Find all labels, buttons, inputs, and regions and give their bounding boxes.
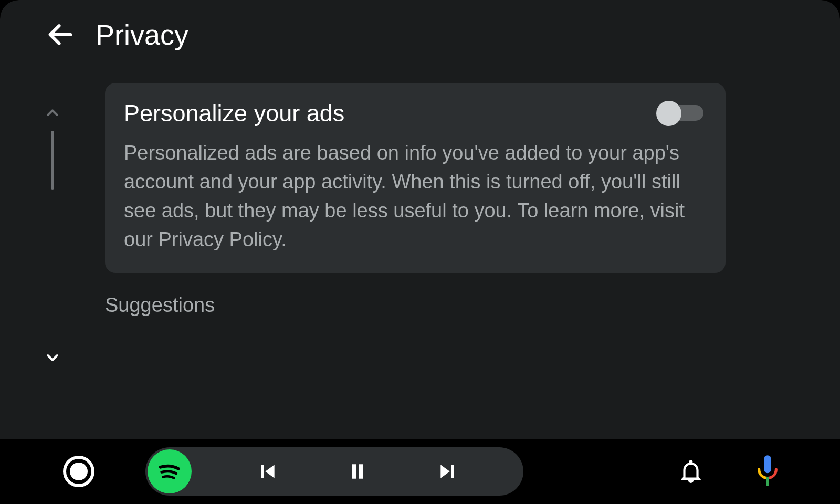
personalize-ads-card: Personalize your ads Personalized ads ar… xyxy=(105,83,726,273)
pause-icon xyxy=(346,460,369,483)
spotify-button[interactable] xyxy=(148,449,192,494)
card-description: Personalized ads are based on info you'v… xyxy=(124,139,707,254)
app-surface: Privacy Personalize your ads xyxy=(0,0,840,439)
notifications-button[interactable] xyxy=(676,457,706,486)
svg-rect-0 xyxy=(764,456,771,474)
page-title: Privacy xyxy=(96,18,188,51)
home-circle-icon xyxy=(63,456,94,487)
voice-assistant-button[interactable] xyxy=(753,457,782,486)
media-pill xyxy=(145,447,523,496)
previous-track-button[interactable] xyxy=(251,456,282,487)
scroll-track xyxy=(51,131,54,190)
back-button[interactable] xyxy=(45,19,76,50)
card-header: Personalize your ads xyxy=(124,100,707,127)
scroll-down-button[interactable] xyxy=(44,350,61,366)
home-button[interactable] xyxy=(62,455,96,488)
personalize-ads-toggle[interactable] xyxy=(656,101,707,126)
next-track-button[interactable] xyxy=(433,456,464,487)
scroll-indicator xyxy=(44,104,61,366)
card-title: Personalize your ads xyxy=(124,100,344,127)
chevron-up-icon xyxy=(45,104,60,120)
bottom-nav xyxy=(0,439,840,504)
pause-button[interactable] xyxy=(342,456,373,487)
header: Privacy xyxy=(0,0,840,69)
toggle-knob xyxy=(656,101,681,126)
chevron-down-icon xyxy=(45,350,60,366)
arrow-left-icon xyxy=(45,19,76,50)
google-mic-icon xyxy=(753,454,782,488)
spotify-icon xyxy=(156,458,183,485)
skip-next-icon xyxy=(437,460,460,483)
scroll-up-button[interactable] xyxy=(44,104,61,121)
bell-icon xyxy=(678,458,704,485)
suggestions-section-label: Suggestions xyxy=(105,294,726,317)
content-area: Personalize your ads Personalized ads ar… xyxy=(105,83,726,317)
skip-previous-icon xyxy=(255,460,278,483)
